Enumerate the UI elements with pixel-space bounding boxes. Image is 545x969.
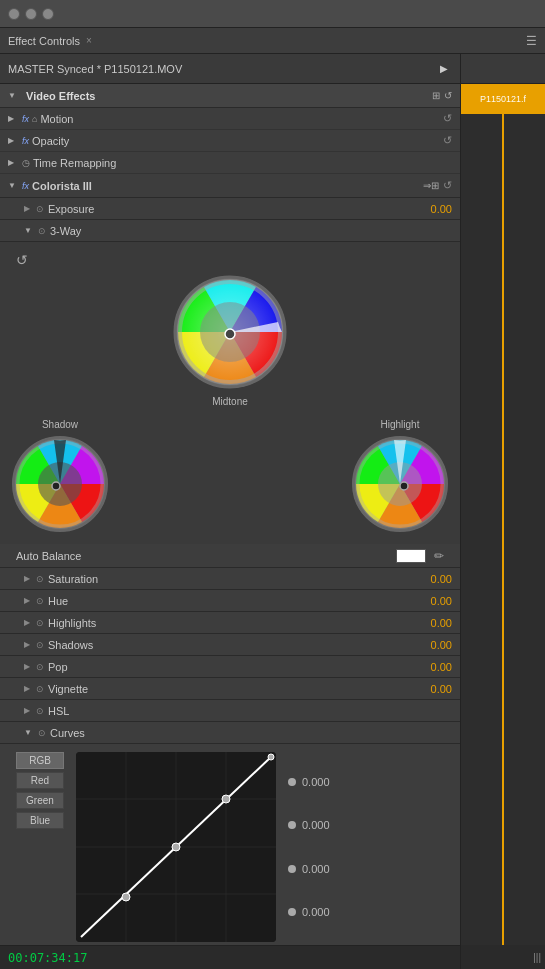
curves-name: Curves [50, 727, 452, 739]
clip-row: MASTER Synced * P1150121.MOV ▶ [0, 54, 460, 84]
svg-point-27 [268, 754, 274, 760]
curves-values: 0.000 0.000 0.000 0.000 [288, 752, 330, 942]
hue-value[interactable]: 0.00 [431, 595, 452, 607]
highlights-expand[interactable]: ▶ [24, 618, 36, 627]
left-panel: MASTER Synced * P1150121.MOV ▶ ▼ Video E… [0, 54, 460, 969]
panel-menu-icon[interactable]: ☰ [526, 34, 537, 48]
shadow-wheel[interactable] [10, 434, 110, 534]
three-way-row[interactable]: ▼ ⊙ 3-Way [0, 220, 460, 242]
highlights-name: Highlights [48, 617, 431, 629]
curves-stopwatch[interactable]: ⊙ [38, 728, 46, 738]
motion-row[interactable]: ▶ fx ⌂ Motion ↺ [0, 108, 460, 130]
red-btn[interactable]: Red [16, 772, 64, 789]
pop-row[interactable]: ▶ ⊙ Pop 0.00 [0, 656, 460, 678]
close-btn[interactable] [8, 8, 20, 20]
saturation-row[interactable]: ▶ ⊙ Saturation 0.00 [0, 568, 460, 590]
curves-row[interactable]: ▼ ⊙ Curves [0, 722, 460, 744]
midtone-wheel[interactable] [170, 272, 290, 392]
colorista-name: Colorista III [32, 180, 423, 192]
vignette-expand[interactable]: ▶ [24, 684, 36, 693]
hsl-stopwatch[interactable]: ⊙ [36, 706, 44, 716]
colorista-link-icon[interactable]: ⇒⊞ [423, 180, 439, 191]
svg-point-4 [225, 329, 235, 339]
curve-value-row-1: 0.000 [288, 762, 330, 802]
shadows-name: Shadows [48, 639, 431, 651]
curves-content: RGB Red Green Blue [0, 744, 460, 950]
curve-dot-3 [288, 865, 296, 873]
pop-stopwatch[interactable]: ⊙ [36, 662, 44, 672]
right-panel-header-space [461, 54, 545, 84]
midtone-wheel-container: Midtone [170, 272, 290, 407]
opacity-row[interactable]: ▶ fx Opacity ↺ [0, 130, 460, 152]
sat-expand[interactable]: ▶ [24, 574, 36, 583]
opacity-name: Opacity [32, 135, 443, 147]
highlight-wheel[interactable] [350, 434, 450, 534]
shadows-stopwatch[interactable]: ⊙ [36, 640, 44, 650]
exposure-name: Exposure [48, 203, 431, 215]
shadows-row[interactable]: ▶ ⊙ Shadows 0.00 [0, 634, 460, 656]
right-bottom-icon[interactable]: ||| [533, 952, 541, 963]
pop-expand[interactable]: ▶ [24, 662, 36, 671]
pop-value[interactable]: 0.00 [431, 661, 452, 673]
colorista-expand[interactable]: ▼ [8, 181, 18, 191]
pop-name: Pop [48, 661, 431, 673]
opacity-expand[interactable]: ▶ [8, 136, 18, 146]
svg-point-10 [52, 482, 60, 490]
auto-balance-swatch[interactable] [396, 549, 426, 563]
ve-expand-arrow[interactable]: ▼ [8, 91, 18, 101]
svg-point-25 [172, 843, 180, 851]
curves-expand[interactable]: ▼ [24, 728, 34, 738]
curve-val-3: 0.000 [302, 863, 330, 875]
vignette-value[interactable]: 0.00 [431, 683, 452, 695]
timecode: 00:07:34:17 [8, 951, 87, 965]
table-icon[interactable]: ⊞ [432, 90, 440, 101]
rgb-btn[interactable]: RGB [16, 752, 64, 769]
sat-value[interactable]: 0.00 [431, 573, 452, 585]
hue-name: Hue [48, 595, 431, 607]
hue-stopwatch[interactable]: ⊙ [36, 596, 44, 606]
sat-stopwatch[interactable]: ⊙ [36, 574, 44, 584]
panel-title: Effect Controls × [8, 35, 92, 47]
motion-reset[interactable]: ↺ [443, 112, 452, 125]
hsl-row[interactable]: ▶ ⊙ HSL [0, 700, 460, 722]
time-remap-expand[interactable]: ▶ [8, 158, 18, 168]
reset-all-icon[interactable]: ↺ [444, 90, 452, 101]
hsl-expand[interactable]: ▶ [24, 706, 36, 715]
play-icon[interactable]: ▶ [440, 63, 448, 74]
hue-row[interactable]: ▶ ⊙ Hue 0.00 [0, 590, 460, 612]
section-icons: ⊞ ↺ [432, 90, 452, 101]
vignette-row[interactable]: ▶ ⊙ Vignette 0.00 [0, 678, 460, 700]
exposure-expand[interactable]: ▶ [24, 204, 36, 213]
min-btn[interactable] [25, 8, 37, 20]
shadows-expand[interactable]: ▶ [24, 640, 36, 649]
auto-balance-row: Auto Balance ✏ [0, 544, 460, 568]
highlights-stopwatch[interactable]: ⊙ [36, 618, 44, 628]
highlights-row[interactable]: ▶ ⊙ Highlights 0.00 [0, 612, 460, 634]
curve-dot-2 [288, 821, 296, 829]
svg-point-24 [122, 893, 130, 901]
curves-graph[interactable] [76, 752, 276, 942]
colorista-reset[interactable]: ↺ [443, 179, 452, 192]
wheel-reset-icon[interactable]: ↺ [16, 252, 28, 268]
highlight-wheel-container: Highlight [350, 415, 450, 534]
opacity-reset[interactable]: ↺ [443, 134, 452, 147]
panel-tab-close[interactable]: × [86, 35, 92, 46]
title-bar [0, 0, 545, 28]
three-way-stopwatch[interactable]: ⊙ [38, 226, 46, 236]
time-remap-row[interactable]: ▶ ◷ Time Remapping [0, 152, 460, 174]
exposure-stopwatch[interactable]: ⊙ [36, 204, 44, 214]
green-btn[interactable]: Green [16, 792, 64, 809]
exposure-value[interactable]: 0.00 [431, 203, 452, 215]
blue-btn[interactable]: Blue [16, 812, 64, 829]
hue-expand[interactable]: ▶ [24, 596, 36, 605]
vignette-stopwatch[interactable]: ⊙ [36, 684, 44, 694]
time-remap-name: Time Remapping [33, 157, 452, 169]
three-way-expand[interactable]: ▼ [24, 226, 34, 236]
motion-name: Motion [40, 113, 443, 125]
exposure-row[interactable]: ▶ ⊙ Exposure 0.00 [0, 198, 460, 220]
shadows-value[interactable]: 0.00 [431, 639, 452, 651]
max-btn[interactable] [42, 8, 54, 20]
eyedropper-icon[interactable]: ✏ [434, 549, 444, 563]
motion-expand[interactable]: ▶ [8, 114, 18, 124]
highlights-value[interactable]: 0.00 [431, 617, 452, 629]
